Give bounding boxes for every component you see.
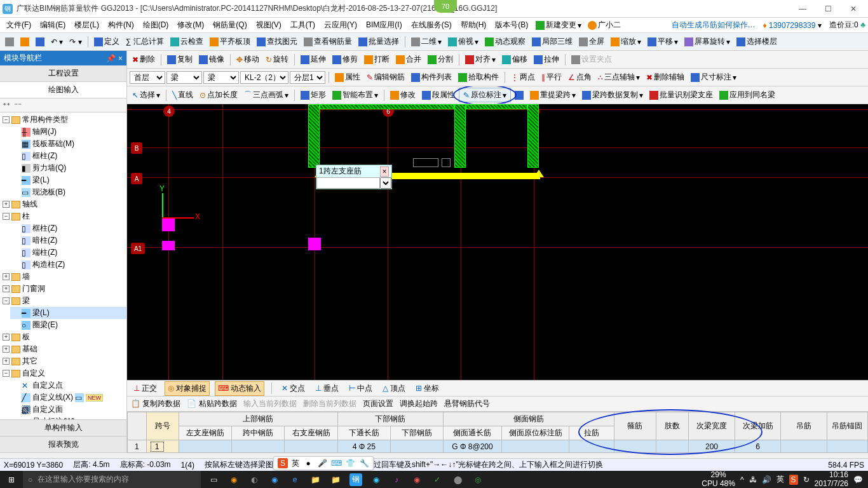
2d-button[interactable]: 二维 ▾ bbox=[409, 35, 444, 48]
cell-stirrup[interactable] bbox=[614, 440, 656, 453]
tray-sogou-icon[interactable]: S bbox=[789, 475, 798, 485]
parallel-button[interactable]: ∥平行 bbox=[539, 71, 564, 84]
col-sub-add[interactable]: 次梁加筋 bbox=[735, 412, 781, 440]
seg-attr-tool[interactable]: 段属性 bbox=[419, 88, 458, 102]
screen-rotate-button[interactable]: 屏幕旋转 ▾ bbox=[682, 35, 733, 48]
col-span-no[interactable]: 跨号 bbox=[146, 412, 179, 440]
menu-help[interactable]: 帮助(H) bbox=[457, 18, 491, 32]
menu-draw[interactable]: 绘图(D) bbox=[139, 18, 173, 32]
heavy-beam-tool[interactable]: 重提梁跨 ▾ bbox=[527, 88, 578, 102]
two-point-button[interactable]: ⋮两点 bbox=[508, 71, 538, 84]
menu-modify[interactable]: 修改(M) bbox=[173, 18, 208, 32]
col-hanger[interactable]: 吊筋 bbox=[781, 412, 827, 440]
menu-tools[interactable]: 工具(T) bbox=[287, 18, 319, 32]
score-badge[interactable]: 70 bbox=[434, 0, 457, 13]
ime-skin-icon[interactable]: 👕 bbox=[345, 458, 355, 468]
pan-button[interactable]: 平移 ▾ bbox=[645, 35, 681, 48]
col-hanger-anchor[interactable]: 吊筋锚固 bbox=[827, 412, 867, 440]
menu-view[interactable]: 视图(V) bbox=[252, 18, 285, 32]
span-data-table[interactable]: 跨号 上部钢筋 下部钢筋 侧面钢筋 箍筋 肢数 次梁宽度 次梁加筋 吊筋 吊筋锚… bbox=[127, 412, 868, 453]
edit-rebar-button[interactable]: ✎编辑钢筋 bbox=[364, 71, 407, 84]
batch-beam-tool[interactable]: 批量识别梁支座 bbox=[647, 88, 715, 102]
ime-keyboard-icon[interactable]: ⌨ bbox=[331, 458, 341, 468]
span-copy-tool[interactable]: 梁跨数据复制 ▾ bbox=[580, 88, 646, 102]
minimize-button[interactable]: — bbox=[794, 3, 811, 15]
cell-span[interactable]: 1 bbox=[146, 440, 179, 453]
member-list-button[interactable]: 构件列表 bbox=[409, 71, 454, 84]
cell-top-right[interactable] bbox=[285, 440, 337, 453]
col-top-mid[interactable]: 跨中钢筋 bbox=[232, 426, 285, 440]
edge-icon[interactable]: e bbox=[288, 473, 301, 486]
ime-toolbar[interactable]: S 英 ● 🎤 ⌨ 👕 🔧 bbox=[273, 456, 374, 470]
origin-label-tool[interactable]: ✎原位标注 ▾ bbox=[459, 88, 511, 102]
cell-top-left[interactable] bbox=[179, 440, 232, 453]
pin-icon[interactable]: 📌 bbox=[106, 54, 116, 63]
maximize-button[interactable]: ☐ bbox=[820, 3, 836, 15]
cell-sub-w[interactable]: 200 bbox=[689, 440, 735, 453]
find-element-button[interactable]: 查找图元 bbox=[254, 35, 300, 48]
cell-hanger[interactable] bbox=[781, 440, 827, 453]
taskbar-app-6[interactable]: ♪ bbox=[390, 473, 403, 486]
sum-calc-button[interactable]: ∑ 汇总计算 bbox=[123, 35, 166, 48]
xiaoer-button[interactable]: 广小二 bbox=[585, 18, 623, 32]
trim-button[interactable]: 修剪 bbox=[330, 53, 360, 66]
modify-tool[interactable]: 修改 bbox=[388, 88, 418, 102]
menu-cloud[interactable]: 云应用(Y) bbox=[320, 18, 361, 32]
menu-rebar[interactable]: 钢筋量(Q) bbox=[209, 18, 250, 32]
zoom-button[interactable]: 缩放 ▾ bbox=[608, 35, 644, 48]
tray-volume-icon[interactable]: 🔊 bbox=[762, 475, 771, 484]
ime-icon-1[interactable]: ● bbox=[303, 458, 313, 468]
smart-layout-tool[interactable]: 智能布置 ▾ bbox=[330, 88, 381, 102]
tray-sync-icon[interactable]: ↻ bbox=[803, 475, 810, 484]
drawing-canvas[interactable]: 4 5 6 7 B A A1 Y bbox=[127, 104, 868, 380]
three-axis-button[interactable]: ∴三点辅轴 ▾ bbox=[595, 71, 642, 84]
define-button[interactable]: 定义 bbox=[92, 35, 122, 48]
attr-button[interactable]: 属性 bbox=[332, 71, 363, 84]
row-number[interactable]: 1 bbox=[128, 440, 147, 453]
menu-bim[interactable]: BIM应用(I) bbox=[362, 18, 406, 32]
line-tool[interactable]: ╲直线 bbox=[170, 88, 196, 102]
taskbar-app-active[interactable]: 钢 bbox=[349, 473, 362, 486]
tab-single-input[interactable]: 单构件输入 bbox=[0, 420, 126, 437]
taskbar-app-10[interactable]: ◎ bbox=[471, 473, 484, 486]
col-sub-width[interactable]: 次梁宽度 bbox=[689, 412, 735, 440]
pick-member-button[interactable]: 拾取构件 bbox=[456, 71, 501, 84]
col-top-left[interactable]: 左支座钢筋 bbox=[179, 426, 232, 440]
open-icon[interactable] bbox=[18, 36, 32, 48]
cell-limb[interactable] bbox=[656, 440, 689, 453]
help-tip-link[interactable]: 自动生成吊筋如何操作… bbox=[672, 20, 756, 30]
move-button[interactable]: ✥移动 bbox=[234, 53, 262, 66]
floor-select[interactable]: 首层 bbox=[130, 71, 165, 84]
popup-close-icon[interactable]: × bbox=[380, 166, 389, 177]
menu-online[interactable]: 在线服务(S) bbox=[407, 18, 456, 32]
paste-span-button[interactable]: 📄 粘贴跨数据 bbox=[187, 398, 236, 409]
cell-bot-rebar[interactable] bbox=[390, 440, 443, 453]
three-arc-tool[interactable]: ⌒三点画弧 ▾ bbox=[241, 88, 291, 102]
apply-same-tool[interactable]: 应用到同名梁 bbox=[717, 88, 778, 102]
span-rebar-popup[interactable]: 1跨左支座筋× bbox=[316, 165, 392, 189]
dim-button[interactable]: 尺寸标注 ▾ bbox=[688, 71, 739, 84]
cell-side-origin[interactable] bbox=[501, 440, 569, 453]
panel-close-icon[interactable]: × bbox=[118, 54, 123, 63]
stretch-button[interactable]: 拉伸 bbox=[531, 53, 562, 66]
tray-up-icon[interactable]: ^ bbox=[740, 475, 744, 484]
task-view-icon[interactable]: ▭ bbox=[207, 473, 220, 486]
align-button[interactable]: 对齐 ▾ bbox=[463, 53, 498, 66]
del-col-button[interactable]: 删除当前列数据 bbox=[303, 398, 356, 409]
taskbar-app-7[interactable]: ◉ bbox=[410, 473, 423, 486]
col-tie[interactable]: 拉筋 bbox=[569, 426, 614, 440]
menu-member[interactable]: 构件(N) bbox=[104, 18, 138, 32]
notification-icon[interactable]: 💬 bbox=[853, 475, 863, 484]
page-setup-button[interactable]: 页面设置 bbox=[363, 398, 393, 409]
explorer-icon-2[interactable]: 📁 bbox=[329, 473, 342, 486]
tray-lang[interactable]: 英 bbox=[776, 474, 784, 485]
col-top-right[interactable]: 右支座钢筋 bbox=[285, 426, 337, 440]
sogou-icon[interactable]: S bbox=[278, 458, 288, 468]
offset-button[interactable]: 偏移 bbox=[499, 53, 530, 66]
tab-draw-input[interactable]: 绘图输入 bbox=[0, 82, 126, 98]
ime-lang[interactable]: 英 bbox=[292, 458, 299, 469]
member-select[interactable]: KL-2（2） bbox=[240, 71, 288, 84]
menu-file[interactable]: 文件(F) bbox=[3, 18, 35, 32]
menu-floor[interactable]: 楼层(L) bbox=[71, 18, 103, 32]
set-grip-button[interactable]: 设置夹点 bbox=[569, 53, 614, 66]
